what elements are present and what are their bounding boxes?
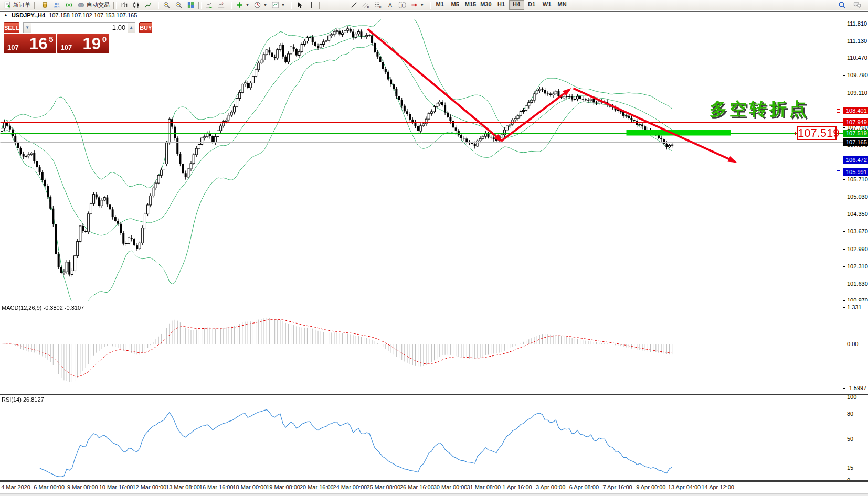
toolbar-separator	[289, 2, 292, 9]
trendline-button[interactable]	[348, 0, 360, 10]
axis-tick-dash	[843, 439, 845, 439]
buy-price-big: 19	[83, 35, 101, 53]
collapse-icon[interactable]: ▲	[4, 13, 8, 17]
chart-title-bar[interactable]: ▲ USDJPY-,H4 107.158 107.182 107.153 107…	[0, 11, 868, 19]
timeframe-m1[interactable]: M1	[432, 0, 448, 10]
timeframe-w1[interactable]: W1	[539, 0, 555, 10]
search-button[interactable]	[836, 0, 848, 10]
sell-button[interactable]: SELL	[4, 22, 19, 33]
autotrading-button[interactable]: 自动交易	[75, 0, 112, 10]
fibonacci-button[interactable]: F	[372, 0, 384, 10]
price-tick-label: 109.110	[847, 90, 867, 96]
vertical-line-button[interactable]	[324, 0, 336, 10]
buy-price-display[interactable]: 107 19 0	[57, 34, 110, 53]
panel-divider[interactable]	[0, 393, 868, 395]
panel-divider[interactable]	[0, 480, 868, 482]
zoom-in-icon	[163, 1, 171, 9]
indicators-button[interactable]: ▼	[234, 0, 251, 10]
axis-tick-dash	[843, 24, 845, 24]
chat-button[interactable]	[851, 0, 863, 10]
timeframe-m30[interactable]: M30	[478, 0, 493, 10]
axis-tick-dash	[843, 284, 845, 284]
templates-button[interactable]: ▼	[269, 0, 287, 10]
timeframe-m15[interactable]: M15	[463, 0, 478, 10]
toolbar-separator	[113, 2, 117, 9]
candlestick-chart-button[interactable]	[130, 0, 142, 10]
zoom-in-button[interactable]	[161, 0, 173, 10]
rsi-tick-label: 50	[847, 436, 853, 443]
equidistant-channel-button[interactable]: E	[360, 0, 372, 10]
sell-price-display[interactable]: 107 16 5	[4, 34, 56, 53]
periods-button[interactable]: ▼	[251, 0, 269, 10]
buy-price-int: 107	[61, 44, 72, 51]
new-order-button[interactable]: 新订单	[2, 0, 33, 10]
rsi-canvas[interactable]	[0, 395, 843, 481]
arrows-icon	[410, 1, 418, 9]
trendline-icon	[350, 1, 358, 9]
crosshair-button[interactable]	[305, 0, 317, 10]
signals-button[interactable]	[63, 0, 75, 10]
dropdown-caret-icon: ▼	[246, 3, 249, 7]
tile-windows-button[interactable]	[185, 0, 197, 10]
bar-chart-button[interactable]	[118, 0, 130, 10]
axis-tick-dash	[843, 197, 845, 197]
axis-tick-dash	[843, 214, 845, 214]
shapes-button[interactable]: ▼	[408, 0, 426, 10]
time-axis[interactable]: 4 Mar 20206 Mar 00:009 Mar 08:0010 Mar 1…	[0, 482, 843, 492]
price-callout-box[interactable]: 107.519	[797, 126, 837, 140]
timeframe-h1[interactable]: H1	[494, 0, 509, 10]
axis-tick-dash	[843, 127, 845, 128]
community-icon	[53, 1, 61, 9]
axis-tick-dash	[843, 307, 845, 308]
cursor-button[interactable]	[293, 0, 305, 10]
timeframe-m5[interactable]: M5	[448, 0, 463, 10]
buy-button[interactable]: BUY	[139, 22, 152, 33]
price-tick-label: 110.470	[847, 55, 867, 61]
sell-price-big: 16	[29, 35, 47, 53]
community-button[interactable]	[51, 0, 63, 10]
turning-point-annotation[interactable]: 多空转折点	[710, 98, 809, 121]
rsi-tick-label: 15	[847, 465, 853, 471]
axis-tick-dash	[843, 179, 845, 180]
toolbar-separator	[198, 2, 202, 9]
sell-price-sup: 5	[49, 35, 53, 44]
panel-divider[interactable]	[0, 301, 868, 303]
axis-tick-dash	[843, 344, 845, 344]
vertical-line-icon	[326, 1, 334, 9]
zoom-out-button[interactable]	[173, 0, 185, 10]
auto-scroll-button[interactable]	[203, 0, 215, 10]
search-icon	[838, 1, 846, 9]
new-order-label: 新订单	[13, 1, 30, 9]
macd-tick-label: -1.5997	[847, 385, 866, 392]
chart-shift-button[interactable]	[215, 0, 227, 10]
chart-shift-icon	[217, 1, 225, 9]
new-order-icon	[4, 1, 12, 9]
toolbar-right-group	[836, 0, 866, 10]
text-icon: A	[386, 1, 394, 9]
price-tick-label: 101.630	[847, 281, 868, 287]
bar-chart-icon	[120, 1, 128, 9]
price-level-label: 107.949	[843, 118, 868, 126]
timeframe-h4[interactable]: H4	[509, 0, 524, 10]
price-level-label: 108.401	[843, 107, 868, 114]
volume-down-button[interactable]: ▼	[24, 23, 31, 33]
text-label-button[interactable]: T	[396, 0, 408, 10]
main-chart-canvas[interactable]	[0, 19, 843, 301]
volume-up-button[interactable]: ▲	[128, 23, 135, 33]
horizontal-scrollbar[interactable]	[0, 493, 868, 496]
volume-input[interactable]	[31, 23, 128, 33]
svg-text:F: F	[379, 5, 382, 9]
axis-tick-dash	[843, 266, 845, 267]
horizontal-line-button[interactable]	[336, 0, 348, 10]
chat-icon	[853, 1, 861, 9]
line-chart-button[interactable]	[142, 0, 154, 10]
market-button[interactable]	[39, 0, 51, 10]
timeframe-mn[interactable]: MN	[555, 0, 570, 10]
signals-icon	[65, 1, 73, 9]
price-tick-label: 109.790	[847, 72, 868, 79]
text-button[interactable]: A	[384, 0, 396, 10]
toolbar-separator	[428, 2, 431, 9]
macd-canvas[interactable]	[0, 304, 843, 393]
timeframe-d1[interactable]: D1	[524, 0, 539, 10]
price-axis[interactable]: 111.810111.130110.470109.790109.110108.4…	[843, 19, 868, 481]
